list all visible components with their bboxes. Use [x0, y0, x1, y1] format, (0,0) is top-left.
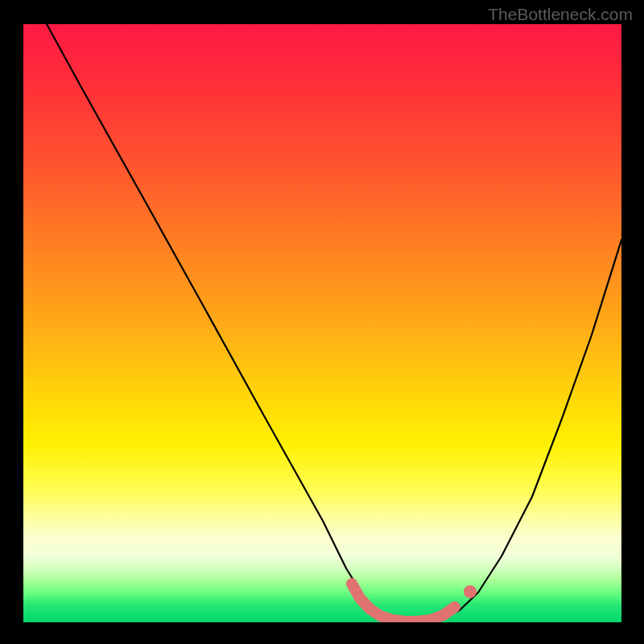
bottleneck-curve [47, 24, 621, 622]
curve-svg [23, 24, 621, 622]
marker-dot-icon [464, 585, 477, 598]
watermark-text: TheBottleneck.com [488, 5, 633, 24]
plot-area [23, 24, 621, 622]
chart-outer-frame: TheBottleneck.com [0, 0, 644, 644]
optimal-range-marker [352, 584, 455, 621]
